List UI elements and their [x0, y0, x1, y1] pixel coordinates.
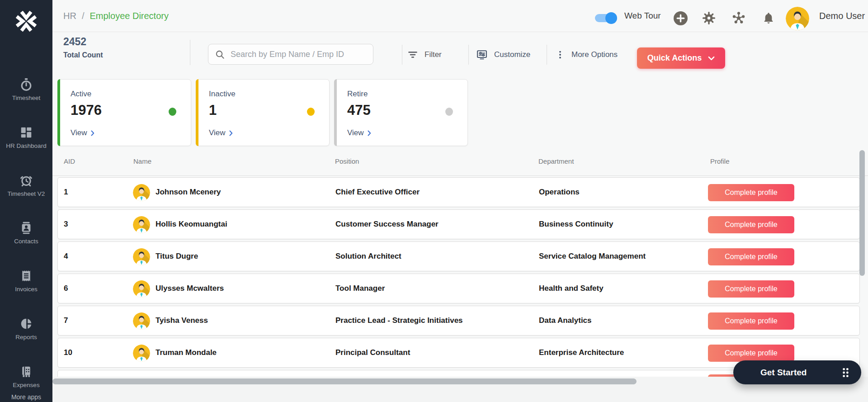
sidebar-more-apps[interactable]: More apps: [0, 393, 52, 401]
view-label: View: [209, 128, 226, 137]
chevron-down-icon: [708, 56, 715, 61]
cell-position: Tool Manager: [335, 284, 385, 293]
cell-name: Tyisha Veness: [156, 316, 208, 325]
cell-position: Chief Executive Officer: [335, 188, 420, 197]
more-options-button[interactable]: More Options: [555, 44, 618, 65]
horizontal-scrollbar[interactable]: [52, 378, 637, 384]
complete-profile-button[interactable]: Complete profile: [708, 345, 794, 362]
complete-profile-button[interactable]: Complete profile: [708, 312, 794, 330]
apps-grid-icon: [842, 368, 849, 378]
column-header-profile[interactable]: Profile: [710, 157, 730, 165]
table-row[interactable]: 6 Ulysses Mcwalters Tool Manager Health …: [57, 274, 860, 303]
notifications-bell-icon[interactable]: [762, 12, 775, 24]
filter-icon: [407, 49, 418, 60]
filter-button[interactable]: Filter: [407, 44, 442, 65]
customize-label: Customize: [494, 50, 530, 59]
cell-aid: 1: [64, 188, 68, 197]
table-row[interactable]: 7 Tyisha Veness Practice Lead - Strategi…: [57, 306, 860, 336]
cell-department: Operations: [539, 188, 580, 197]
cell-department: Service Catalog Management: [539, 252, 646, 261]
card-accent-bar: [334, 79, 337, 146]
get-started-button[interactable]: Get Started: [733, 360, 861, 384]
customize-icon: [476, 49, 488, 61]
sidebar-item-hr-dashboard[interactable]: HR Dashboard: [1, 126, 51, 150]
sidebar-item-expenses[interactable]: Expenses: [1, 365, 51, 389]
employee-avatar: [133, 280, 150, 298]
column-header-aid[interactable]: AID: [64, 157, 75, 165]
chevron-right-icon: [368, 130, 371, 136]
settings-gear-icon[interactable]: [702, 11, 716, 25]
toolbar-divider: [547, 45, 547, 65]
column-header-position[interactable]: Position: [335, 157, 359, 165]
view-label: View: [71, 128, 87, 137]
cell-aid: 10: [64, 348, 72, 357]
user-name[interactable]: Demo User: [819, 0, 865, 32]
cell-name: Ulysses Mcwalters: [156, 284, 224, 293]
card-accent-bar: [196, 79, 198, 146]
view-link[interactable]: View: [347, 128, 371, 137]
complete-profile-button[interactable]: Complete profile: [708, 184, 794, 201]
breadcrumb-page[interactable]: Employee Directory: [90, 11, 169, 21]
column-header-department[interactable]: Department: [538, 157, 574, 165]
status-card-active: Active 1976 View: [57, 79, 191, 146]
complete-profile-button[interactable]: Complete profile: [708, 280, 794, 298]
get-started-label: Get Started: [760, 368, 807, 378]
web-tour-toggle[interactable]: [595, 14, 614, 22]
dashboard-grid-icon: [19, 126, 33, 139]
status-card-retire: Retire 475 View: [334, 79, 468, 146]
sidebar-item-timesheet[interactable]: Timesheet: [1, 78, 51, 102]
cell-department: Business Continuity: [539, 220, 613, 229]
expense-register-icon: [19, 365, 33, 378]
total-count-label: Total Count: [63, 51, 103, 59]
toolbar-divider: [468, 45, 469, 65]
cell-aid: 6: [64, 284, 68, 293]
receipt-icon: [19, 269, 33, 283]
column-header-name[interactable]: Name: [133, 157, 151, 165]
contact-card-icon: [19, 221, 33, 235]
cell-position: Solution Architect: [335, 252, 401, 261]
table-row[interactable]: 1 Johnson Mcenery Chief Executive Office…: [57, 177, 860, 207]
toolbar-divider: [402, 45, 402, 65]
total-count-value: 2452: [63, 36, 103, 48]
cell-department: Health and Safety: [539, 284, 604, 293]
card-label: Retire: [347, 90, 368, 99]
customize-button[interactable]: Customize: [476, 44, 530, 65]
breadcrumb-section[interactable]: HR: [63, 11, 76, 21]
sidebar-item-contacts[interactable]: Contacts: [1, 221, 51, 246]
cell-aid: 7: [64, 316, 68, 325]
card-label: Inactive: [209, 90, 236, 99]
integrations-hub-icon[interactable]: [731, 11, 746, 25]
sidebar-item-reports[interactable]: Reports: [1, 317, 51, 341]
sidebar-item-timesheet-v2[interactable]: Timesheet V2: [1, 174, 51, 198]
search-input[interactable]: [230, 49, 367, 60]
cell-position: Practice Lead - Strategic Initiatives: [335, 316, 463, 325]
stopwatch-icon: [19, 78, 33, 91]
vertical-scrollbar[interactable]: [859, 150, 865, 276]
status-dot-icon: [445, 108, 453, 116]
cell-department: Data Analytics: [539, 316, 592, 325]
complete-profile-button[interactable]: Complete profile: [708, 248, 794, 265]
table-row[interactable]: 3 Hollis Keomuangtai Customer Success Ma…: [57, 209, 860, 239]
cell-aid: 4: [64, 252, 68, 261]
toolbar-divider: [190, 40, 190, 65]
table-body: 1 Johnson Mcenery Chief Executive Office…: [57, 177, 860, 370]
quick-actions-button[interactable]: Quick Actions: [637, 47, 725, 69]
card-accent-bar: [57, 79, 60, 146]
app-logo-icon[interactable]: [13, 8, 39, 34]
sidebar-item-invoices[interactable]: Invoices: [1, 269, 51, 293]
web-tour-label: Web Tour: [624, 0, 661, 32]
user-avatar[interactable]: [786, 7, 809, 30]
view-link[interactable]: View: [209, 128, 233, 137]
table-row[interactable]: 4 Titus Dugre Solution Architect Service…: [57, 241, 860, 271]
pie-chart-icon: [19, 317, 33, 331]
view-label: View: [347, 128, 364, 137]
sidebar-item-label: Timesheet: [12, 94, 41, 102]
card-value: 1976: [71, 102, 102, 118]
complete-profile-button[interactable]: Complete profile: [708, 216, 794, 233]
employee-avatar: [133, 312, 150, 330]
view-link[interactable]: View: [71, 128, 94, 137]
cell-position: Customer Success Manager: [335, 220, 439, 229]
search-icon: [215, 49, 225, 60]
search-box[interactable]: [208, 44, 373, 65]
add-button[interactable]: [673, 11, 688, 26]
